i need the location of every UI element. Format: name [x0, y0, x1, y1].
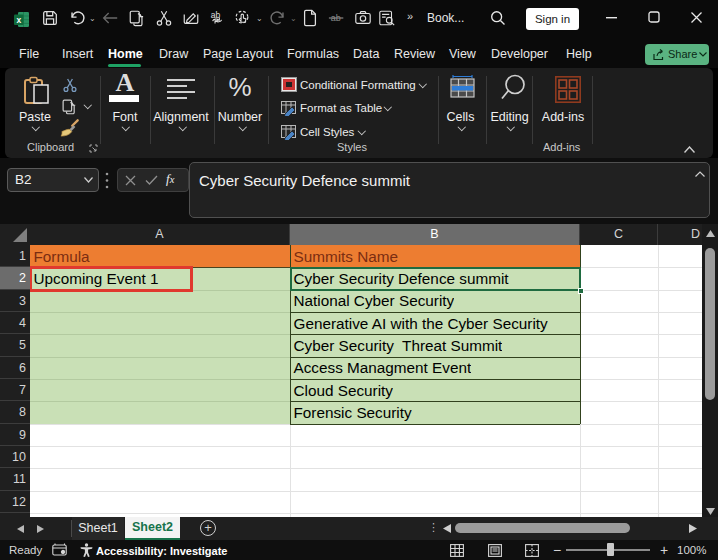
svg-text:x: x — [16, 15, 21, 25]
